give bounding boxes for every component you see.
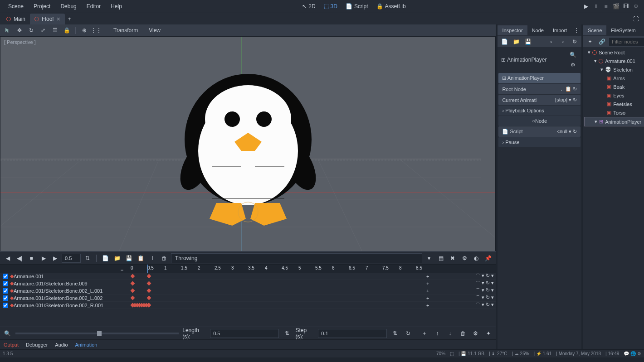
track-loop-icon[interactable]: ↻: [486, 294, 490, 301]
local-tool-icon[interactable]: ⊕: [79, 25, 89, 35]
tree-node[interactable]: ▣ Arms 👁: [584, 74, 644, 82]
anim-first-icon[interactable]: ◀: [3, 253, 13, 263]
panel-tab-node[interactable]: Node: [527, 25, 548, 35]
link-node-icon[interactable]: 🔗: [597, 37, 607, 47]
anim-stop-icon[interactable]: ■: [26, 253, 36, 263]
history-fwd-icon[interactable]: ›: [558, 37, 568, 47]
open-resource-icon[interactable]: 📁: [511, 37, 521, 47]
anim-copy-icon[interactable]: 📋: [136, 253, 146, 263]
viewport-3d[interactable]: [ Perspective ]: [0, 36, 496, 251]
zoom-slider[interactable]: [15, 333, 179, 334]
tree-node[interactable]: ▣ Beak 👁: [584, 82, 644, 91]
loop-icon[interactable]: ↻: [403, 328, 412, 338]
pause-icon[interactable]: ⏸: [591, 2, 600, 11]
anim-open-icon[interactable]: 📁: [112, 253, 122, 263]
track-checkbox[interactable]: [3, 288, 8, 294]
track-loop-icon[interactable]: ↻: [486, 280, 490, 287]
menu-project[interactable]: Project: [29, 1, 55, 11]
anim-save-icon[interactable]: 💾: [124, 253, 134, 263]
onion-icon[interactable]: ◐: [471, 253, 481, 263]
track-interp-icon[interactable]: ▾: [482, 273, 484, 280]
tab-debugger[interactable]: Debugger: [26, 342, 48, 348]
add-key-icon[interactable]: +: [426, 295, 429, 301]
mode-2d[interactable]: ↖ 2D: [298, 1, 319, 11]
move-up-icon[interactable]: ↑: [433, 328, 442, 338]
scale-tool-icon[interactable]: ⤢: [38, 25, 48, 35]
add-node-icon[interactable]: +: [585, 37, 595, 47]
anim-rename-icon[interactable]: I: [147, 253, 157, 263]
add-key-icon[interactable]: +: [426, 303, 429, 308]
inspector-pause-row[interactable]: › Pause: [498, 137, 581, 147]
view-menu[interactable]: View: [144, 25, 165, 35]
track-interp-icon[interactable]: ▾: [482, 280, 484, 287]
track-row[interactable]: ◆ Armature.001/Skeleton:Bone.009 + ⌒ ▾ ↻…: [0, 280, 496, 287]
rotate-tool-icon[interactable]: ↻: [26, 25, 36, 35]
panel-tab-inspector[interactable]: Inspector: [498, 25, 527, 35]
inspector-name-row[interactable]: ⊞ AnimationPlayer: [498, 73, 581, 83]
pin-icon[interactable]: 📌: [483, 253, 493, 263]
inspector-script-row[interactable]: 📄 Script <null ▾ ↻: [498, 126, 581, 137]
blend-icon[interactable]: ✖: [448, 253, 458, 263]
list-tool-icon[interactable]: ☰: [50, 25, 60, 35]
track-interp-icon[interactable]: ▾: [482, 294, 484, 301]
save-resource-icon[interactable]: 💾: [523, 37, 533, 47]
stop-icon[interactable]: ■: [601, 2, 610, 11]
tools-icon[interactable]: ⚙: [471, 328, 480, 338]
history-icon[interactable]: ↻: [570, 37, 580, 47]
tab-output[interactable]: Output: [4, 342, 19, 348]
track-row[interactable]: ◆ Armature.001 + ⌒ ▾ ↻ ▾: [0, 273, 496, 280]
anim-prev-icon[interactable]: ◀|: [15, 253, 24, 263]
track-loop-icon[interactable]: ↻: [486, 273, 490, 280]
tree-node[interactable]: ▾ ⊞ AnimationPlayer 👁: [584, 117, 644, 126]
more-icon[interactable]: ⋮: [571, 25, 581, 35]
track-more-icon[interactable]: ▾: [491, 280, 494, 287]
tree-node[interactable]: ▾ Scene Root 👁🎬: [584, 48, 644, 57]
track-wrap-icon[interactable]: ⌒: [475, 302, 480, 309]
menu-help[interactable]: Help: [106, 1, 127, 11]
new-resource-icon[interactable]: 📄: [499, 37, 509, 47]
spinner-icon[interactable]: ⇅: [283, 328, 292, 338]
mode-3d[interactable]: ⬚ 3D: [320, 1, 341, 11]
add-track-icon[interactable]: +: [420, 328, 429, 338]
track-more-icon[interactable]: ▾: [491, 294, 494, 301]
tab-animation[interactable]: Animation: [75, 342, 98, 348]
add-tab-icon[interactable]: +: [65, 14, 74, 24]
play-custom-icon[interactable]: 🎞: [621, 2, 630, 11]
play-icon[interactable]: ▶: [581, 2, 590, 11]
track-loop-icon[interactable]: ↻: [486, 302, 490, 309]
timeline-ruler[interactable]: ↔ 00.511.522.533.544.555.566.577.588.5: [0, 265, 496, 273]
panel-tab-scene[interactable]: Scene: [583, 25, 606, 35]
panel-tab-filesystem[interactable]: FileSystem: [606, 25, 640, 35]
transform-menu[interactable]: Transform: [109, 25, 142, 35]
track-wrap-icon[interactable]: ⌒: [475, 294, 480, 301]
mode-script[interactable]: 📄 Script: [342, 1, 372, 11]
tab-main[interactable]: Main: [2, 14, 30, 24]
track-interp-icon[interactable]: ▾: [482, 302, 484, 309]
track-row[interactable]: ◆ Armature.001/Skeleton:Bone.002_L.001 +…: [0, 287, 496, 294]
mode-assetlib[interactable]: 🔒 AssetLib: [373, 1, 410, 11]
track-wrap-icon[interactable]: ⌒: [475, 273, 480, 280]
menu-debug[interactable]: Debug: [56, 1, 81, 11]
zoom-icon[interactable]: 🔍: [3, 328, 12, 338]
play-scene-icon[interactable]: 🎬: [611, 2, 620, 11]
tree-node[interactable]: ▾ Armature.001 👁: [584, 57, 644, 65]
history-back-icon[interactable]: ‹: [546, 37, 556, 47]
add-key-icon[interactable]: +: [426, 281, 429, 286]
autoplay-icon[interactable]: ▤: [436, 253, 446, 263]
track-checkbox[interactable]: [3, 303, 8, 308]
remove-track-icon[interactable]: 🗑: [459, 328, 468, 338]
menu-editor[interactable]: Editor: [82, 1, 105, 11]
panel-tab-import[interactable]: Import: [548, 25, 571, 35]
track-checkbox[interactable]: [3, 281, 8, 286]
select-tool-icon[interactable]: [3, 25, 13, 35]
length-input[interactable]: [210, 329, 279, 338]
menu-scene[interactable]: Scene: [4, 1, 28, 11]
track-loop-icon[interactable]: ↻: [486, 287, 490, 294]
track-row[interactable]: ◆ Armature.001/Skeleton:Bone.002_R.001 +…: [0, 302, 496, 309]
close-icon[interactable]: ×: [57, 15, 60, 23]
step-input[interactable]: [318, 329, 387, 338]
tree-node[interactable]: ▣ Eyes 👁: [584, 91, 644, 100]
search-icon[interactable]: 🔍: [568, 50, 578, 60]
track-row[interactable]: ◆ Armature.001/Skeleton:Bone.002_L.002 +…: [0, 294, 496, 302]
anim-delete-icon[interactable]: 🗑: [159, 253, 169, 263]
